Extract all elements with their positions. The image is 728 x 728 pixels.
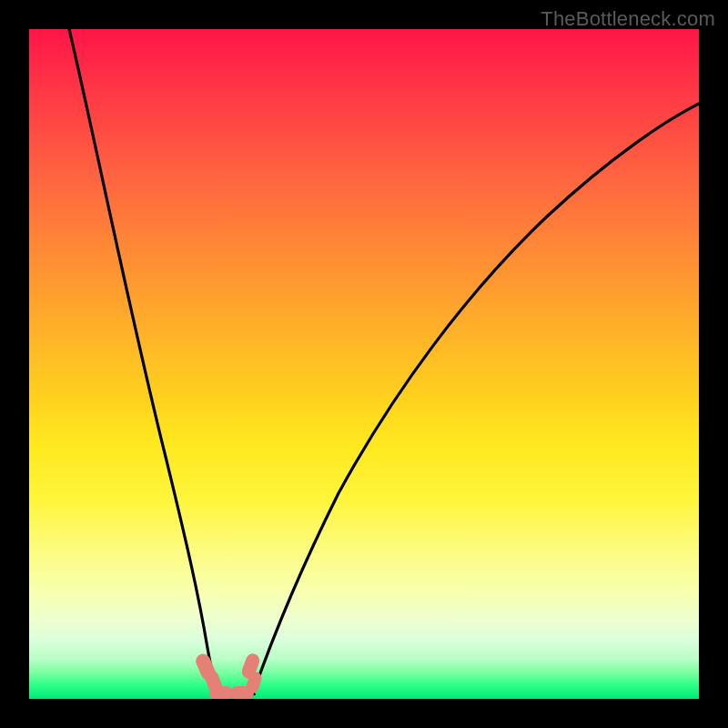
watermark-text: TheBottleneck.com: [541, 7, 715, 31]
outer-frame: TheBottleneck.com: [0, 0, 728, 728]
left-curve: [69, 29, 217, 693]
curve-layer: [29, 29, 699, 699]
right-curve: [253, 104, 699, 693]
plot-area: [29, 29, 699, 699]
marker-bottom-right: [230, 686, 254, 699]
